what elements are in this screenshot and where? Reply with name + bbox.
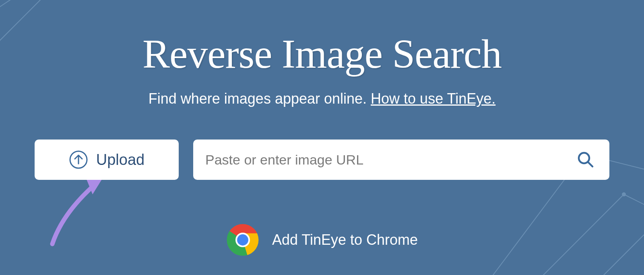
svg-point-16 — [237, 234, 248, 246]
upload-arrow-icon — [69, 150, 88, 169]
upload-button[interactable]: Upload — [35, 140, 179, 180]
subtitle-text: Find where images appear online. — [149, 90, 371, 107]
how-to-link[interactable]: How to use TinEye. — [371, 90, 495, 107]
search-row: Upload — [35, 140, 609, 180]
add-to-chrome-link[interactable]: Add TinEye to Chrome — [226, 223, 418, 256]
search-icon — [577, 151, 594, 168]
subtitle: Find where images appear online. How to … — [149, 90, 495, 107]
page-title: Reverse Image Search — [142, 30, 502, 77]
upload-label: Upload — [96, 151, 144, 169]
search-box — [193, 140, 609, 180]
svg-line-11 — [588, 162, 592, 167]
image-url-input[interactable] — [205, 152, 574, 168]
chrome-icon — [226, 223, 259, 256]
search-button[interactable] — [574, 148, 597, 171]
svg-rect-14 — [233, 223, 259, 233]
chrome-label: Add TinEye to Chrome — [272, 231, 418, 248]
